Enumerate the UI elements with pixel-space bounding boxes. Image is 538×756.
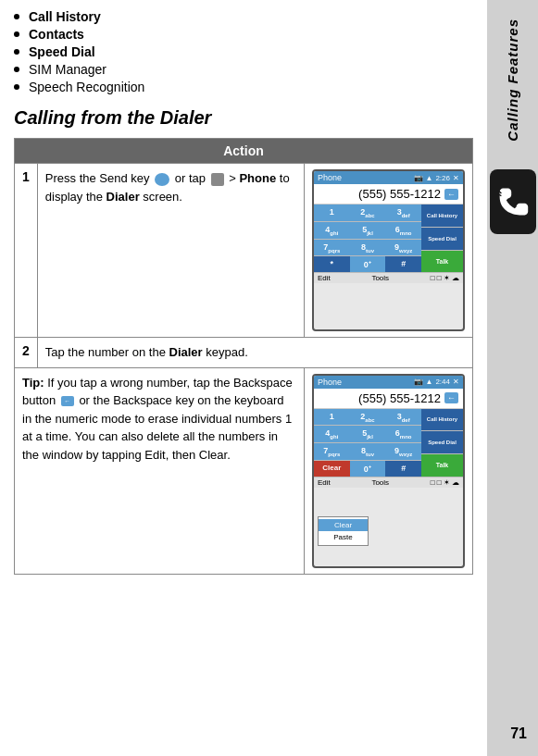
key-star-b[interactable]: Clear	[314, 461, 350, 477]
close-icon-2: ✕	[453, 378, 459, 386]
bullet-icon	[14, 14, 19, 19]
paste-menu-item[interactable]: Paste	[319, 531, 368, 543]
context-menu: Clear Paste	[318, 516, 369, 546]
tip-row: Tip: If you tap a wrong number, tap the …	[15, 367, 473, 574]
call-history-btn[interactable]: Call History	[421, 204, 463, 227]
key-5b[interactable]: 5jkl	[350, 426, 386, 442]
key-8[interactable]: 8tuv	[350, 240, 386, 256]
key-2b[interactable]: 2abc	[350, 409, 386, 426]
status-icons: 📷 ▲ 2:26 ✕	[414, 174, 460, 182]
speed-dial-btn[interactable]: Speed Dial	[421, 228, 463, 250]
list-item-label: SIM Manager	[29, 62, 106, 77]
time-display: 2:26	[435, 174, 450, 182]
tools-label[interactable]: Tools	[371, 274, 389, 282]
phone-number-text: (555) 555-1212	[358, 187, 441, 201]
key-0b[interactable]: 0+	[350, 461, 386, 477]
tip-text-cell: Tip: If you tap a wrong number, tap the …	[15, 367, 305, 574]
key-row-4b: Clear 0+ #	[314, 461, 421, 477]
sidebar-label: Calling Features	[505, 19, 520, 142]
page-number: 71	[510, 725, 527, 742]
list-item-label: Speed Dial	[29, 44, 95, 59]
phone-icon-container	[490, 169, 536, 234]
list-item-label: Call History	[29, 9, 101, 24]
key-7[interactable]: 7pqrs	[314, 240, 350, 256]
list-item-label: Contacts	[29, 27, 84, 42]
key-4b[interactable]: 4ghi	[314, 426, 350, 442]
phone-footer-1: Edit Tools □ □ ✶ ☁	[314, 272, 463, 283]
key-0[interactable]: 0+	[350, 256, 386, 272]
talk-btn[interactable]: Talk	[421, 251, 463, 273]
send-key-icon	[155, 173, 169, 186]
key-1b[interactable]: 1	[314, 409, 350, 426]
table-header: Action	[15, 139, 473, 164]
key-2[interactable]: 2abc	[350, 204, 386, 221]
phone-title-1: Phone	[318, 173, 342, 182]
camera-icon: 📷	[414, 174, 423, 182]
right-sidebar: Calling Features 71	[487, 0, 538, 756]
edit-label-2[interactable]: Edit	[318, 478, 331, 487]
footer-icons-2: □ □ ✶ ☁	[431, 478, 459, 487]
key-5[interactable]: 5jkl	[350, 222, 386, 239]
key-7b[interactable]: 7pqrs	[314, 443, 350, 460]
side-buttons: Call History Speed Dial Talk	[421, 204, 463, 272]
backspace-icon: ←	[61, 396, 74, 406]
key-row-3b: 7pqrs 8tuv 9wxyz	[314, 443, 421, 460]
step-number: 1	[15, 164, 38, 338]
list-item-label: Speech Recognition	[29, 80, 144, 94]
phone-handset-icon	[496, 185, 530, 218]
phone-number-display-2: (555) 555-1212 ←	[314, 389, 463, 409]
key-row-2: 4ghi 5jkl 6mno	[314, 222, 421, 239]
key-row-1b: 1 2abc 3def	[314, 409, 421, 426]
step-2-row: 2 Tap the number on the Dialer keypad.	[15, 338, 473, 368]
key-hash-b[interactable]: #	[385, 461, 421, 477]
signal-icon-2: ▲	[426, 378, 433, 386]
dialer-keyword-2: Dialer	[169, 345, 203, 359]
edit-label[interactable]: Edit	[318, 274, 331, 282]
phone-number-display: (555) 555-1212 ←	[314, 184, 463, 204]
key-1[interactable]: 1	[314, 204, 350, 221]
feature-list: Call History Contacts Speed Dial SIM Man…	[14, 9, 473, 94]
call-history-btn-2[interactable]: Call History	[421, 409, 463, 431]
key-row-4: * 0+ #	[314, 256, 421, 272]
bullet-icon	[14, 31, 19, 37]
step-1-row: 1 Press the Send key or tap > Phone to d…	[15, 164, 473, 338]
key-6b[interactable]: 6mno	[385, 426, 421, 442]
action-table: Action 1 Press the Send key or tap > Pho…	[14, 138, 473, 575]
key-row-3: 7pqrs 8tuv 9wxyz	[314, 240, 421, 256]
key-star[interactable]: *	[314, 256, 350, 272]
key-4[interactable]: 4ghi	[314, 222, 350, 239]
key-3b[interactable]: 3def	[385, 409, 421, 426]
key-3[interactable]: 3def	[385, 204, 421, 221]
tools-label-2[interactable]: Tools	[371, 478, 389, 487]
step-1-image: Phone 📷 ▲ 2:26 ✕ (555) 555-1212	[305, 164, 473, 338]
phone-body: 1 2abc 3def 4ghi 5jkl 6mno	[314, 204, 463, 272]
key-row-1: 1 2abc 3def	[314, 204, 421, 221]
side-buttons-2: Call History Speed Dial Talk	[421, 409, 463, 477]
dialer-keyword: Dialer	[106, 190, 140, 204]
tip-label: Tip:	[22, 376, 44, 390]
key-9[interactable]: 9wxyz	[385, 240, 421, 256]
step-tip-image: Phone 📷 ▲ 2:44 ✕ (555) 555-1212	[305, 367, 473, 574]
speed-dial-btn-2[interactable]: Speed Dial	[421, 431, 463, 453]
status-icons-2: 📷 ▲ 2:44 ✕	[414, 378, 460, 386]
backspace-button[interactable]: ←	[444, 189, 458, 200]
phone-screen-2: Phone 📷 ▲ 2:44 ✕ (555) 555-1212	[312, 374, 465, 568]
clear-keyword: Clear	[199, 448, 227, 462]
phone-app-icon	[211, 173, 224, 186]
clear-menu-item[interactable]: Clear	[319, 519, 368, 531]
key-hash[interactable]: #	[385, 256, 421, 272]
bullet-icon	[14, 67, 19, 72]
keypad-2: 1 2abc 3def 4ghi 5jkl 6mno	[314, 409, 421, 477]
edit-keyword: Edit	[144, 448, 165, 462]
step-2-text: Tap the number on the Dialer keypad.	[37, 338, 472, 368]
backspace-button-2[interactable]: ←	[444, 392, 458, 403]
talk-btn-2[interactable]: Talk	[421, 454, 463, 477]
key-6[interactable]: 6mno	[385, 222, 421, 239]
bullet-icon	[14, 84, 19, 90]
phone-number-text-2: (555) 555-1212	[358, 391, 441, 405]
list-item: SIM Manager	[14, 62, 473, 77]
key-row-2b: 4ghi 5jkl 6mno	[314, 426, 421, 442]
key-9b[interactable]: 9wxyz	[385, 443, 421, 460]
phone-footer-2: Edit Tools □ □ ✶ ☁	[314, 477, 463, 488]
key-8b[interactable]: 8tuv	[350, 443, 386, 460]
